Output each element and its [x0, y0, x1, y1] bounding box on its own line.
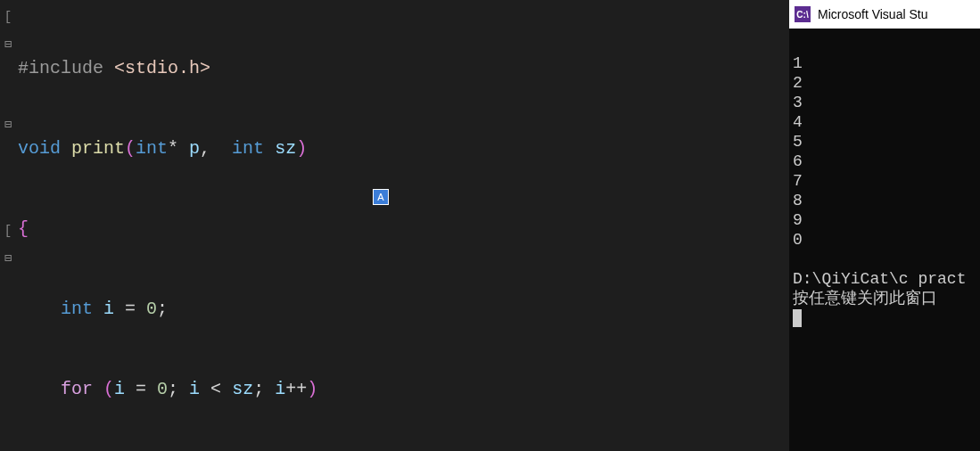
- output-line: 5: [793, 133, 803, 151]
- terminal-output[interactable]: 1 2 3 4 5 6 7 8 9 0 D:\QiYiCat\c pract 按…: [789, 29, 980, 333]
- output-line: 按任意键关闭此窗口: [793, 290, 937, 308]
- fold-icon-open[interactable]: ⊟: [0, 244, 16, 271]
- fold-icon-open[interactable]: ⊟: [0, 111, 16, 137]
- terminal-window[interactable]: C:\ Microsoft Visual Stu 1 2 3 4 5 6 7 8…: [789, 0, 980, 451]
- code-area[interactable]: #include <stdio.h> void print(int* p, in…: [16, 0, 789, 451]
- ime-indicator-icon: A: [373, 189, 389, 205]
- fold-icon-open[interactable]: ⊟: [0, 30, 16, 57]
- terminal-cursor: [793, 309, 802, 327]
- fold-marker[interactable]: [: [0, 217, 16, 244]
- output-line: 1: [793, 54, 803, 72]
- code-line[interactable]: #include <stdio.h>: [18, 55, 789, 82]
- code-line[interactable]: int i = 0;: [18, 296, 789, 323]
- output-line: 4: [793, 113, 803, 131]
- fold-marker[interactable]: [: [0, 4, 16, 30]
- terminal-title: Microsoft Visual Stu: [818, 7, 927, 21]
- code-line[interactable]: void print(int* p, int sz): [18, 135, 789, 162]
- output-line: D:\QiYiCat\c pract: [793, 270, 966, 288]
- code-line[interactable]: for (i = 0; i < sz; i++): [18, 376, 789, 403]
- output-line: 0: [793, 231, 803, 249]
- output-line: 9: [793, 211, 803, 229]
- output-line: 2: [793, 74, 803, 92]
- output-line: 8: [793, 192, 803, 209]
- gutter: [ ⊟ ⊟ [ ⊟: [0, 0, 16, 451]
- code-editor[interactable]: [ ⊟ ⊟ [ ⊟ #include <stdio.h> void print(…: [0, 0, 789, 451]
- code-line[interactable]: {: [18, 216, 789, 242]
- vs-console-icon: C:\: [795, 6, 811, 22]
- output-line: 3: [793, 94, 803, 111]
- output-line: 7: [793, 172, 803, 190]
- terminal-titlebar[interactable]: C:\ Microsoft Visual Stu: [789, 0, 980, 29]
- output-line: 6: [793, 152, 803, 170]
